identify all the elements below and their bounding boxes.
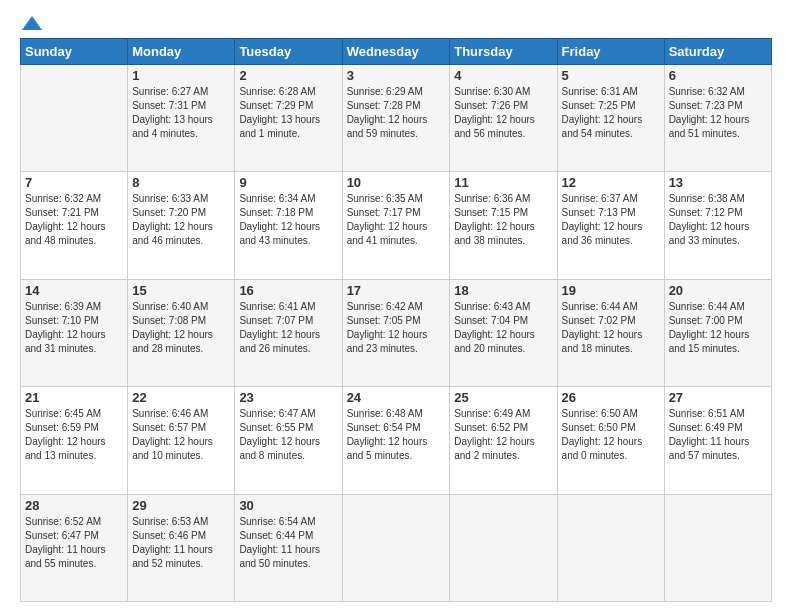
day-number: 30 [239,498,337,513]
day-number: 24 [347,390,446,405]
day-number: 4 [454,68,552,83]
day-info: Sunrise: 6:41 AMSunset: 7:07 PMDaylight:… [239,300,337,356]
calendar-cell: 7Sunrise: 6:32 AMSunset: 7:21 PMDaylight… [21,172,128,279]
day-number: 6 [669,68,767,83]
day-number: 20 [669,283,767,298]
day-number: 26 [562,390,660,405]
calendar-cell: 19Sunrise: 6:44 AMSunset: 7:02 PMDayligh… [557,279,664,386]
calendar-cell: 9Sunrise: 6:34 AMSunset: 7:18 PMDaylight… [235,172,342,279]
calendar-cell [342,494,450,601]
day-info: Sunrise: 6:37 AMSunset: 7:13 PMDaylight:… [562,192,660,248]
day-info: Sunrise: 6:44 AMSunset: 7:02 PMDaylight:… [562,300,660,356]
day-info: Sunrise: 6:46 AMSunset: 6:57 PMDaylight:… [132,407,230,463]
day-info: Sunrise: 6:50 AMSunset: 6:50 PMDaylight:… [562,407,660,463]
calendar-cell [21,65,128,172]
day-info: Sunrise: 6:47 AMSunset: 6:55 PMDaylight:… [239,407,337,463]
day-number: 1 [132,68,230,83]
day-info: Sunrise: 6:49 AMSunset: 6:52 PMDaylight:… [454,407,552,463]
calendar-cell: 30Sunrise: 6:54 AMSunset: 6:44 PMDayligh… [235,494,342,601]
day-number: 17 [347,283,446,298]
day-info: Sunrise: 6:51 AMSunset: 6:49 PMDaylight:… [669,407,767,463]
day-info: Sunrise: 6:42 AMSunset: 7:05 PMDaylight:… [347,300,446,356]
calendar-cell: 12Sunrise: 6:37 AMSunset: 7:13 PMDayligh… [557,172,664,279]
calendar-cell: 23Sunrise: 6:47 AMSunset: 6:55 PMDayligh… [235,387,342,494]
day-number: 8 [132,175,230,190]
calendar-cell: 20Sunrise: 6:44 AMSunset: 7:00 PMDayligh… [664,279,771,386]
calendar-cell: 3Sunrise: 6:29 AMSunset: 7:28 PMDaylight… [342,65,450,172]
svg-marker-0 [22,16,42,30]
day-info: Sunrise: 6:28 AMSunset: 7:29 PMDaylight:… [239,85,337,141]
calendar-cell: 6Sunrise: 6:32 AMSunset: 7:23 PMDaylight… [664,65,771,172]
day-number: 2 [239,68,337,83]
day-of-week-friday: Friday [557,39,664,65]
day-number: 22 [132,390,230,405]
day-info: Sunrise: 6:32 AMSunset: 7:23 PMDaylight:… [669,85,767,141]
day-number: 21 [25,390,123,405]
day-info: Sunrise: 6:39 AMSunset: 7:10 PMDaylight:… [25,300,123,356]
calendar-cell: 8Sunrise: 6:33 AMSunset: 7:20 PMDaylight… [128,172,235,279]
calendar-cell: 18Sunrise: 6:43 AMSunset: 7:04 PMDayligh… [450,279,557,386]
day-number: 3 [347,68,446,83]
calendar: SundayMondayTuesdayWednesdayThursdayFrid… [20,38,772,602]
day-info: Sunrise: 6:43 AMSunset: 7:04 PMDaylight:… [454,300,552,356]
calendar-cell: 16Sunrise: 6:41 AMSunset: 7:07 PMDayligh… [235,279,342,386]
day-number: 29 [132,498,230,513]
header-row: SundayMondayTuesdayWednesdayThursdayFrid… [21,39,772,65]
day-number: 5 [562,68,660,83]
day-info: Sunrise: 6:34 AMSunset: 7:18 PMDaylight:… [239,192,337,248]
day-of-week-saturday: Saturday [664,39,771,65]
day-number: 12 [562,175,660,190]
day-info: Sunrise: 6:36 AMSunset: 7:15 PMDaylight:… [454,192,552,248]
calendar-cell: 29Sunrise: 6:53 AMSunset: 6:46 PMDayligh… [128,494,235,601]
logo [20,16,42,30]
day-number: 10 [347,175,446,190]
day-of-week-tuesday: Tuesday [235,39,342,65]
calendar-cell [664,494,771,601]
day-info: Sunrise: 6:48 AMSunset: 6:54 PMDaylight:… [347,407,446,463]
day-number: 11 [454,175,552,190]
day-of-week-sunday: Sunday [21,39,128,65]
calendar-cell: 4Sunrise: 6:30 AMSunset: 7:26 PMDaylight… [450,65,557,172]
calendar-cell: 22Sunrise: 6:46 AMSunset: 6:57 PMDayligh… [128,387,235,494]
day-info: Sunrise: 6:27 AMSunset: 7:31 PMDaylight:… [132,85,230,141]
day-number: 27 [669,390,767,405]
logo-icon [22,16,42,30]
day-info: Sunrise: 6:31 AMSunset: 7:25 PMDaylight:… [562,85,660,141]
calendar-cell: 26Sunrise: 6:50 AMSunset: 6:50 PMDayligh… [557,387,664,494]
calendar-cell: 5Sunrise: 6:31 AMSunset: 7:25 PMDaylight… [557,65,664,172]
calendar-cell: 13Sunrise: 6:38 AMSunset: 7:12 PMDayligh… [664,172,771,279]
calendar-cell [557,494,664,601]
calendar-cell [450,494,557,601]
page: SundayMondayTuesdayWednesdayThursdayFrid… [0,0,792,612]
day-info: Sunrise: 6:40 AMSunset: 7:08 PMDaylight:… [132,300,230,356]
calendar-cell: 27Sunrise: 6:51 AMSunset: 6:49 PMDayligh… [664,387,771,494]
calendar-cell: 25Sunrise: 6:49 AMSunset: 6:52 PMDayligh… [450,387,557,494]
day-number: 19 [562,283,660,298]
day-of-week-wednesday: Wednesday [342,39,450,65]
day-info: Sunrise: 6:44 AMSunset: 7:00 PMDaylight:… [669,300,767,356]
day-info: Sunrise: 6:38 AMSunset: 7:12 PMDaylight:… [669,192,767,248]
calendar-cell: 2Sunrise: 6:28 AMSunset: 7:29 PMDaylight… [235,65,342,172]
calendar-cell: 1Sunrise: 6:27 AMSunset: 7:31 PMDaylight… [128,65,235,172]
day-number: 15 [132,283,230,298]
day-number: 18 [454,283,552,298]
day-info: Sunrise: 6:30 AMSunset: 7:26 PMDaylight:… [454,85,552,141]
day-number: 23 [239,390,337,405]
day-info: Sunrise: 6:53 AMSunset: 6:46 PMDaylight:… [132,515,230,571]
day-info: Sunrise: 6:54 AMSunset: 6:44 PMDaylight:… [239,515,337,571]
day-number: 14 [25,283,123,298]
day-number: 28 [25,498,123,513]
calendar-cell: 15Sunrise: 6:40 AMSunset: 7:08 PMDayligh… [128,279,235,386]
calendar-cell: 11Sunrise: 6:36 AMSunset: 7:15 PMDayligh… [450,172,557,279]
day-info: Sunrise: 6:33 AMSunset: 7:20 PMDaylight:… [132,192,230,248]
day-info: Sunrise: 6:32 AMSunset: 7:21 PMDaylight:… [25,192,123,248]
day-of-week-thursday: Thursday [450,39,557,65]
calendar-cell: 17Sunrise: 6:42 AMSunset: 7:05 PMDayligh… [342,279,450,386]
day-info: Sunrise: 6:29 AMSunset: 7:28 PMDaylight:… [347,85,446,141]
week-row-0: 1Sunrise: 6:27 AMSunset: 7:31 PMDaylight… [21,65,772,172]
week-row-4: 28Sunrise: 6:52 AMSunset: 6:47 PMDayligh… [21,494,772,601]
day-info: Sunrise: 6:45 AMSunset: 6:59 PMDaylight:… [25,407,123,463]
day-number: 7 [25,175,123,190]
day-of-week-monday: Monday [128,39,235,65]
day-number: 25 [454,390,552,405]
